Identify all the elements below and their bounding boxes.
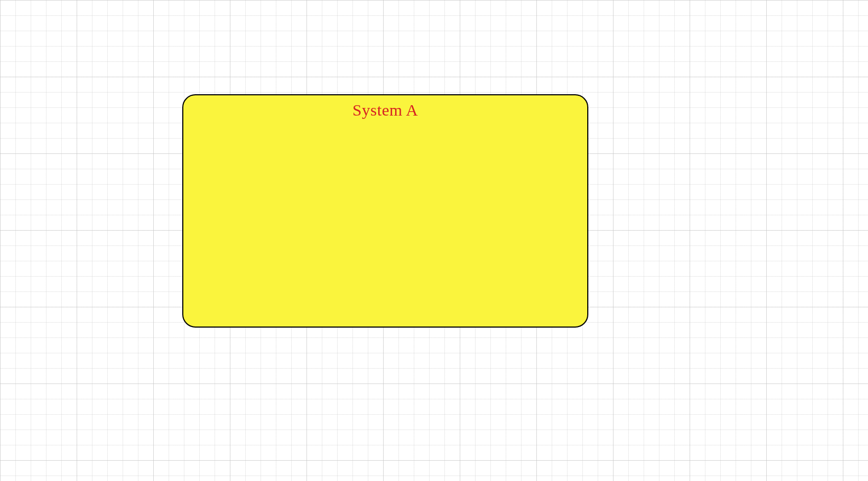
system-a-box[interactable]: System A bbox=[182, 94, 588, 328]
system-a-label: System A bbox=[352, 101, 418, 119]
